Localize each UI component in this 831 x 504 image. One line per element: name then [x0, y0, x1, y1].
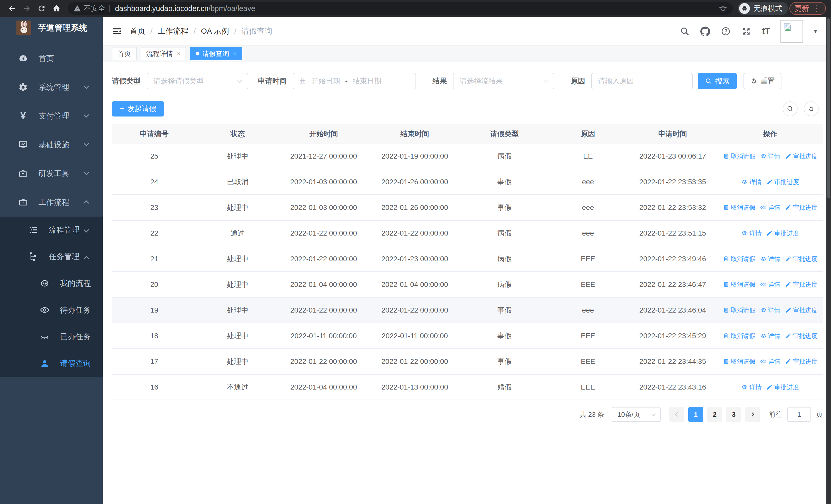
detail-link[interactable]: 详情: [760, 255, 780, 263]
trash-icon: [723, 204, 729, 211]
table-row[interactable]: 18 处理中 2022-01-11 00:00:00 2022-01-11 00…: [112, 323, 823, 349]
pen-icon: [766, 179, 773, 185]
cancel-leave-link[interactable]: 取消请假: [723, 152, 755, 160]
page-button-2[interactable]: 2: [707, 407, 722, 422]
main-panel: 首页 / 工作流程 / OA 示例 / 请假查询 tT ▾: [103, 17, 826, 504]
table-row[interactable]: 23 处理中 2022-01-03 00:00:00 2022-01-26 00…: [112, 195, 823, 221]
tab-process-detail[interactable]: 流程详情×: [141, 47, 186, 60]
approval-progress-link[interactable]: 审批进度: [785, 152, 818, 160]
approval-progress-link[interactable]: 审批进度: [766, 383, 799, 391]
approval-progress-link[interactable]: 审批进度: [785, 280, 818, 289]
cancel-leave-link[interactable]: 取消请假: [723, 306, 755, 314]
sidebar-item-infrastructure[interactable]: 基础设施: [0, 130, 103, 159]
table-row[interactable]: 20 处理中 2022-01-04 00:00:00 2022-01-04 00…: [112, 272, 823, 298]
cancel-leave-link[interactable]: 取消请假: [723, 357, 755, 366]
table-row[interactable]: 25 处理中 2021-12-27 00:00:00 2022-01-19 00…: [112, 144, 823, 169]
browser-forward-button[interactable]: [20, 2, 33, 15]
sidebar-item-home[interactable]: 首页: [0, 44, 103, 73]
next-page-button[interactable]: [745, 407, 760, 422]
approval-progress-link[interactable]: 审批进度: [785, 357, 818, 366]
sidebar-item-todo-tasks[interactable]: 待办任务: [0, 297, 103, 323]
browser-back-button[interactable]: [5, 2, 19, 15]
browser-address-bar[interactable]: 不安全 dashboard.yudao.iocoder.cn/bpm/oa/le…: [68, 2, 733, 14]
detail-link[interactable]: 详情: [760, 204, 780, 212]
sidebar-item-done-tasks[interactable]: 已办任务: [0, 323, 103, 350]
sidebar-item-process-management[interactable]: 流程管理: [0, 216, 103, 243]
table-search-toggle-button[interactable]: [783, 101, 798, 116]
detail-link[interactable]: 详情: [760, 306, 780, 314]
page-button-1[interactable]: 1: [688, 407, 703, 422]
cancel-leave-link[interactable]: 取消请假: [723, 332, 755, 340]
approval-progress-link[interactable]: 审批进度: [766, 229, 799, 237]
sidebar-item-system[interactable]: 系统管理: [0, 73, 103, 101]
security-label[interactable]: 不安全: [84, 4, 105, 13]
reason-input[interactable]: 请输入原因: [591, 73, 693, 89]
approval-progress-link[interactable]: 审批进度: [785, 204, 818, 212]
tab-leave-query[interactable]: 请假查询×: [190, 47, 242, 60]
table-row[interactable]: 24 已取消 2022-01-03 00:00:00 2022-01-26 00…: [112, 169, 823, 195]
approval-progress-link[interactable]: 审批进度: [766, 178, 799, 186]
scrollbar-thumb[interactable]: [827, 19, 830, 198]
sidebar-item-workflow[interactable]: 工作流程: [0, 188, 103, 216]
page-button-3[interactable]: 3: [726, 407, 741, 422]
close-icon[interactable]: ×: [177, 50, 180, 57]
fullscreen-icon[interactable]: [741, 26, 751, 36]
browser-menu-icon[interactable]: ⋮: [813, 5, 821, 12]
create-leave-button[interactable]: + 发起请假: [112, 101, 164, 117]
result-select[interactable]: 请选择流结果: [453, 73, 554, 89]
breadcrumb-home[interactable]: 首页: [130, 26, 145, 36]
detail-link[interactable]: 详情: [760, 280, 780, 289]
sidebar-collapse-icon[interactable]: [112, 26, 122, 36]
detail-link[interactable]: 详情: [760, 332, 780, 340]
sidebar-item-task-management[interactable]: 任务管理: [0, 243, 103, 270]
apply-time-range-picker[interactable]: 开始日期 - 结束日期: [293, 73, 416, 89]
table-row[interactable]: 17 处理中 2022-01-22 00:00:00 2022-01-22 00…: [112, 349, 823, 375]
table-row[interactable]: 22 通过 2022-01-22 00:00:00 2022-01-22 00:…: [112, 221, 823, 246]
search-button[interactable]: 搜索: [698, 73, 737, 89]
sidebar-item-leave-query[interactable]: 请假查询: [0, 350, 103, 377]
page-scrollbar[interactable]: [826, 17, 831, 504]
security-warning-icon[interactable]: [74, 5, 81, 12]
help-icon[interactable]: [721, 26, 730, 36]
app-logo-rabbit: [17, 21, 31, 35]
goto-page-input[interactable]: 1: [787, 407, 811, 422]
sidebar-item-my-process[interactable]: 我的流程: [0, 270, 103, 297]
cancel-leave-link[interactable]: 取消请假: [723, 255, 755, 263]
detail-link[interactable]: 详情: [741, 178, 762, 186]
font-size-icon[interactable]: tT: [762, 26, 770, 37]
browser-home-button[interactable]: [50, 2, 63, 15]
detail-link[interactable]: 详情: [760, 357, 780, 366]
bookmark-star-icon[interactable]: ☆: [719, 4, 727, 13]
sidebar-item-payment[interactable]: ¥ 支付管理: [0, 101, 103, 130]
browser-update-button[interactable]: 更新 ⋮: [790, 2, 826, 15]
page-size-select[interactable]: 10条/页: [612, 407, 661, 422]
table-row[interactable]: 21 处理中 2022-01-22 00:00:00 2022-01-23 00…: [112, 246, 823, 272]
breadcrumb-oa-example[interactable]: OA 示例: [201, 26, 229, 36]
search-icon[interactable]: [680, 26, 690, 36]
close-icon[interactable]: ×: [233, 50, 237, 57]
table-refresh-button[interactable]: [804, 101, 819, 116]
detail-link[interactable]: 详情: [741, 383, 762, 391]
breadcrumb-workflow[interactable]: 工作流程: [157, 26, 189, 36]
approval-progress-link[interactable]: 审批进度: [785, 332, 818, 340]
tab-home[interactable]: 首页: [112, 47, 137, 60]
approval-progress-link[interactable]: 审批进度: [785, 306, 818, 314]
avatar[interactable]: [780, 20, 803, 42]
detail-link[interactable]: 详情: [741, 229, 762, 237]
sidebar-item-devtools[interactable]: 研发工具: [0, 159, 103, 188]
cancel-leave-link[interactable]: 取消请假: [723, 204, 755, 212]
leave-type-select[interactable]: 请选择请假类型: [147, 73, 248, 89]
reset-button[interactable]: 重置: [744, 73, 781, 89]
approval-progress-link[interactable]: 审批进度: [785, 255, 818, 263]
prev-page-button[interactable]: [669, 407, 684, 422]
detail-link[interactable]: 详情: [760, 152, 780, 160]
pen-icon: [785, 333, 792, 339]
app-logo-row[interactable]: 芋道管理系统: [0, 17, 103, 39]
table-row[interactable]: 16 不通过 2022-01-04 00:00:00 2022-01-13 00…: [112, 375, 823, 400]
browser-reload-button[interactable]: [35, 2, 48, 15]
cancel-leave-link[interactable]: 取消请假: [723, 280, 755, 289]
github-icon[interactable]: [700, 26, 710, 36]
table-row[interactable]: 19 处理中 2022-01-22 00:00:00 2022-01-22 00…: [112, 298, 823, 323]
page-url[interactable]: dashboard.yudao.iocoder.cn/bpm/oa/leave: [115, 4, 255, 13]
avatar-caret-icon[interactable]: ▾: [814, 27, 817, 35]
